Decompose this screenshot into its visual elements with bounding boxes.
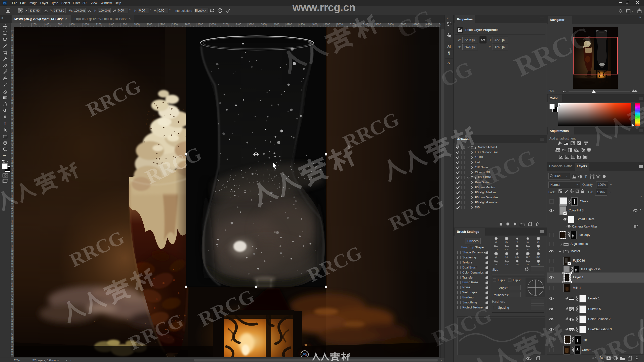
- svg-text:T: T: [585, 174, 587, 179]
- svg-text:6: 6: [11, 345, 13, 348]
- svg-text:5: 5: [11, 307, 13, 310]
- svg-text:6: 6: [11, 235, 13, 238]
- svg-text:0: 0: [11, 99, 13, 102]
- svg-text:0: 0: [11, 127, 13, 130]
- svg-text:0: 0: [11, 39, 13, 42]
- svg-text:3: 3: [11, 182, 13, 185]
- svg-text:6000: 6000: [401, 23, 407, 26]
- svg-text:3200: 3200: [223, 23, 229, 26]
- svg-text:2: 2: [11, 69, 13, 71]
- svg-text:1800: 1800: [134, 23, 140, 26]
- svg-text:0: 0: [11, 262, 13, 265]
- svg-text:8: 8: [11, 59, 13, 62]
- svg-text:0: 0: [11, 202, 13, 205]
- svg-text:3: 3: [11, 144, 13, 147]
- svg-text:0: 0: [11, 338, 13, 341]
- svg-text:0: 0: [11, 102, 13, 105]
- svg-text:6200: 6200: [414, 23, 419, 26]
- svg-text:0: 0: [11, 140, 13, 142]
- svg-text:6: 6: [11, 172, 13, 175]
- svg-text:0: 0: [11, 149, 13, 152]
- svg-text:4800: 4800: [325, 23, 330, 26]
- svg-text:0: 0: [11, 174, 13, 177]
- svg-text:4: 4: [11, 222, 13, 225]
- svg-text:T: T: [4, 121, 6, 126]
- svg-text:0: 0: [11, 124, 13, 127]
- svg-text:2: 2: [11, 84, 13, 87]
- svg-text:3000: 3000: [210, 23, 216, 26]
- svg-text:2: 2: [11, 147, 13, 150]
- svg-text:0: 0: [11, 52, 13, 54]
- svg-text:1: 1: [11, 31, 13, 34]
- svg-text:0: 0: [11, 275, 13, 278]
- svg-text:8: 8: [11, 122, 13, 124]
- svg-text:5800: 5800: [388, 23, 394, 26]
- svg-text:0: 0: [11, 114, 13, 117]
- svg-text:3: 3: [11, 169, 13, 172]
- svg-text:800: 800: [70, 23, 75, 26]
- svg-text:6: 6: [11, 46, 13, 49]
- svg-text:8: 8: [11, 310, 13, 313]
- svg-text:2400: 2400: [172, 23, 178, 26]
- svg-text:4: 4: [11, 219, 13, 222]
- svg-text:0: 0: [11, 212, 13, 215]
- svg-text:0: 0: [11, 112, 13, 114]
- svg-text:4: 4: [11, 232, 13, 235]
- svg-text:5200: 5200: [350, 23, 356, 26]
- svg-text:5: 5: [11, 270, 13, 273]
- svg-text:0: 0: [11, 86, 13, 89]
- svg-text:0: 0: [11, 187, 13, 190]
- svg-text:0: 0: [11, 240, 13, 243]
- svg-text:0: 0: [11, 303, 13, 306]
- svg-text:8: 8: [11, 247, 13, 250]
- svg-text:0: 0: [11, 237, 13, 240]
- svg-text:0: 0: [11, 36, 13, 39]
- svg-text:2: 2: [11, 106, 13, 109]
- svg-text:2200: 2200: [159, 23, 165, 26]
- svg-text:0: 0: [11, 260, 13, 263]
- svg-text:4: 4: [11, 207, 13, 210]
- svg-text:0: 0: [11, 190, 13, 193]
- svg-text:0: 0: [11, 215, 13, 218]
- svg-text:A: A: [447, 61, 450, 65]
- svg-text:4: 4: [11, 194, 13, 197]
- svg-text:2: 2: [11, 81, 13, 84]
- svg-text:0: 0: [11, 225, 13, 228]
- svg-text:0: 0: [11, 278, 13, 281]
- svg-text:0: 0: [11, 253, 13, 255]
- svg-text:0: 0: [11, 77, 13, 79]
- svg-text:6: 6: [11, 298, 13, 300]
- svg-text:3800: 3800: [261, 23, 267, 26]
- svg-text:6: 6: [11, 333, 13, 335]
- svg-text:0: 0: [11, 250, 13, 253]
- svg-text:0: 0: [11, 162, 13, 165]
- svg-text:0: 0: [11, 300, 13, 303]
- svg-text:0: 0: [20, 23, 21, 26]
- svg-text:6400: 6400: [426, 23, 432, 26]
- svg-text:5600: 5600: [375, 23, 381, 26]
- svg-text:1200: 1200: [96, 23, 102, 26]
- svg-text:3: 3: [11, 157, 13, 159]
- svg-text:2: 2: [11, 335, 13, 338]
- svg-text:0: 0: [11, 323, 13, 326]
- svg-text:8: 8: [11, 185, 13, 187]
- svg-text:4: 4: [11, 34, 13, 36]
- svg-text:0: 0: [11, 71, 13, 74]
- svg-text:0: 0: [11, 197, 13, 200]
- svg-text:4: 4: [11, 348, 13, 351]
- svg-text:6: 6: [11, 320, 13, 323]
- svg-text:0: 0: [11, 61, 13, 64]
- svg-text:0: 0: [11, 290, 13, 293]
- svg-text:0: 0: [11, 64, 13, 67]
- svg-text:0: 0: [11, 74, 13, 77]
- svg-text:0: 0: [11, 89, 13, 92]
- svg-text:2: 2: [11, 119, 13, 122]
- svg-text:2600: 2600: [185, 23, 191, 26]
- svg-text:2: 2: [11, 273, 13, 275]
- svg-text:4000: 4000: [274, 23, 279, 26]
- svg-text:600: 600: [58, 23, 62, 26]
- svg-text:1: 1: [11, 56, 13, 59]
- svg-text:1000: 1000: [83, 23, 89, 26]
- svg-text:5: 5: [11, 295, 13, 298]
- svg-text:4400: 4400: [299, 23, 305, 26]
